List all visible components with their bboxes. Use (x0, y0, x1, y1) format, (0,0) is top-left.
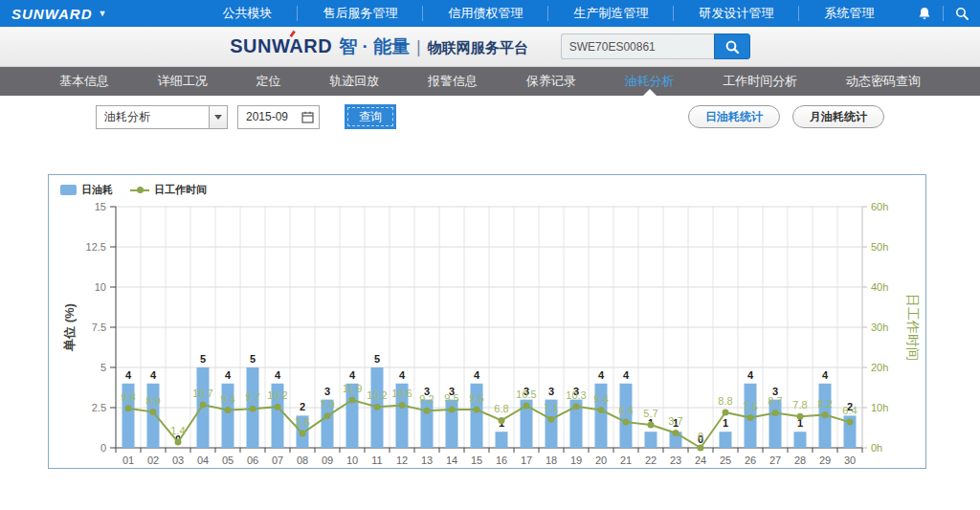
active-tab-pointer (643, 89, 657, 96)
svg-text:1: 1 (723, 417, 728, 429)
line-point-day-04[interactable] (200, 402, 207, 409)
svg-text:0h: 0h (871, 442, 882, 454)
line-point-day-13[interactable] (424, 408, 431, 414)
topnav-item[interactable]: 研发设计管理 (673, 6, 798, 21)
svg-text:25: 25 (720, 455, 731, 466)
line-point-day-15[interactable] (474, 407, 480, 413)
monthly-fuel-stats-button[interactable]: 月油耗统计 (792, 105, 884, 128)
svg-text:10: 10 (346, 455, 358, 466)
bar-day-25[interactable] (720, 432, 732, 448)
line-point-day-07[interactable] (275, 404, 281, 410)
line-point-day-17[interactable] (523, 402, 530, 409)
subnav-tab[interactable]: 动态密码查询 (842, 67, 924, 96)
bell-icon[interactable] (906, 6, 943, 21)
line-point-day-16[interactable] (499, 417, 505, 424)
calendar-icon[interactable] (301, 111, 314, 123)
line-point-day-20[interactable] (598, 407, 605, 413)
svg-text:4: 4 (125, 369, 132, 381)
line-point-day-06[interactable] (250, 406, 256, 412)
subnav-tab[interactable]: 详细工况 (154, 67, 212, 96)
search-icon[interactable] (943, 6, 980, 21)
left-axis-title: 单位 (%) (62, 303, 77, 352)
svg-text:9.4: 9.4 (220, 393, 234, 405)
svg-text:0: 0 (100, 442, 106, 454)
svg-text:10.2: 10.2 (267, 389, 287, 401)
bar-day-02[interactable] (147, 384, 160, 448)
topnav-item[interactable]: 信用债权管理 (422, 6, 547, 21)
analysis-type-select[interactable]: 油耗分析 (96, 105, 228, 129)
svg-text:29: 29 (819, 455, 831, 466)
line-point-day-24[interactable] (698, 445, 704, 452)
bar-day-16[interactable] (496, 432, 508, 448)
topnav-item[interactable]: 公共模块 (197, 6, 297, 21)
line-point-day-21[interactable] (623, 419, 630, 426)
line-point-day-08[interactable] (300, 430, 306, 436)
topnav-item[interactable]: 系统管理 (798, 6, 899, 21)
line-point-day-26[interactable] (747, 414, 754, 421)
subnav-tab[interactable]: 轨迹回放 (325, 67, 383, 96)
device-search-input[interactable] (561, 33, 714, 59)
device-search-button[interactable] (714, 33, 750, 59)
svg-text:13: 13 (421, 455, 433, 466)
line-point-day-09[interactable] (324, 412, 331, 419)
subnav-tab[interactable]: 报警信息 (424, 67, 481, 96)
line-point-day-02[interactable] (150, 409, 157, 415)
line-point-day-28[interactable] (797, 413, 804, 420)
svg-text:4: 4 (399, 369, 406, 381)
line-point-day-22[interactable] (648, 422, 655, 429)
svg-text:7.1: 7.1 (544, 402, 558, 413)
line-point-day-29[interactable] (822, 411, 829, 418)
legend-daily-worktime[interactable]: 日工作时间 (130, 183, 207, 197)
line-point-day-30[interactable] (847, 419, 854, 426)
month-picker[interactable]: 2015-09 (237, 105, 320, 129)
topnav-item[interactable]: 生产制造管理 (547, 6, 673, 21)
subnav-tab[interactable]: 保养记录 (523, 67, 580, 96)
brand-logo[interactable]: SUNWARD ▼ (11, 6, 106, 22)
svg-text:28: 28 (794, 455, 806, 466)
line-point-day-12[interactable] (399, 402, 406, 409)
svg-text:20h: 20h (871, 362, 888, 373)
svg-text:9.5: 9.5 (444, 392, 458, 404)
filter-left: 油耗分析 2015-09 查询 (96, 104, 396, 129)
select-arrow-cell[interactable] (209, 106, 227, 128)
line-point-day-11[interactable] (374, 404, 381, 410)
svg-text:5.7: 5.7 (643, 408, 657, 419)
logo-brand-text: SUNWARD (230, 35, 332, 57)
line-point-day-14[interactable] (449, 407, 456, 413)
fuel-worktime-chart[interactable]: 00h2.510h520h7.530h1040h12.550h1560h0102… (49, 175, 925, 468)
fuel-analysis-chart-panel: 日油耗 日工作时间 00h2.510h520h7.530h1040h12.550… (48, 174, 926, 469)
daily-fuel-stats-button[interactable]: 日油耗统计 (688, 105, 780, 128)
svg-text:30h: 30h (871, 322, 888, 333)
logo-product-text: 智 · 能量 (339, 34, 410, 59)
bar-day-22[interactable] (645, 432, 657, 448)
line-point-day-27[interactable] (772, 410, 779, 416)
svg-text:5: 5 (200, 353, 206, 365)
svg-text:03: 03 (172, 455, 184, 466)
line-point-day-18[interactable] (548, 416, 555, 423)
subnav-tab[interactable]: 工作时间分析 (719, 67, 801, 96)
line-point-day-25[interactable] (723, 410, 729, 416)
legend-daily-fuel[interactable]: 日油耗 (60, 183, 113, 197)
line-point-day-19[interactable] (573, 403, 580, 410)
subnav-tab[interactable]: 油耗分析 (621, 67, 679, 96)
line-point-day-01[interactable] (125, 405, 132, 411)
query-button[interactable]: 查询 (345, 104, 396, 129)
line-point-day-05[interactable] (225, 407, 232, 413)
line-point-day-10[interactable] (349, 397, 356, 404)
line-point-day-23[interactable] (673, 430, 679, 436)
svg-text:10.3: 10.3 (566, 389, 586, 401)
svg-text:30: 30 (844, 455, 856, 466)
svg-text:10.7: 10.7 (192, 388, 212, 399)
svg-text:8.8: 8.8 (718, 395, 732, 407)
svg-text:7.5: 7.5 (92, 322, 106, 333)
subnav-tab[interactable]: 定位 (253, 67, 285, 96)
line-point-day-03[interactable] (175, 439, 182, 446)
subnav-tab[interactable]: 基本信息 (56, 67, 113, 96)
svg-text:4: 4 (822, 369, 829, 381)
svg-text:4: 4 (747, 369, 754, 381)
bar-day-28[interactable] (794, 432, 807, 448)
topnav-item[interactable]: 售后服务管理 (297, 6, 422, 21)
svg-text:4: 4 (150, 369, 157, 381)
bar-day-13[interactable] (421, 400, 434, 448)
brand-name: SUNWARD (11, 6, 93, 22)
